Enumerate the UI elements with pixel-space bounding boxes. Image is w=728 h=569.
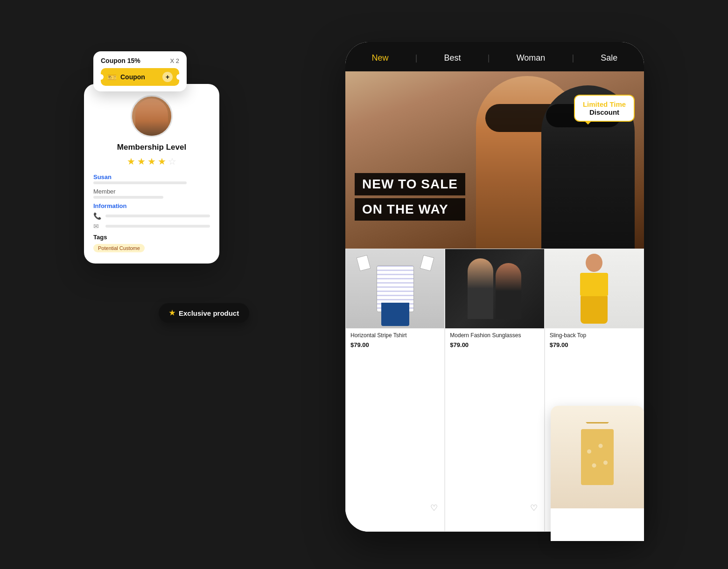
avatar-wrap [93, 95, 210, 137]
tshirt-sleeve-left [356, 255, 371, 271]
email-bar [105, 225, 210, 228]
product-price-1: $79.00 [450, 341, 539, 348]
hero-overlay-text: NEW TO SALE ON THE WAY [355, 173, 465, 221]
profile-card: Membership Level ★ ★ ★ ★ ☆ Susan Member … [84, 84, 219, 264]
phone-info-row: 📞 [93, 212, 210, 220]
nav-item-woman[interactable]: Woman [513, 51, 549, 65]
product-card-1[interactable]: Modern Fashion Sunglasses $79.00 ♡ [445, 249, 544, 532]
product-card-0[interactable]: Horizontal Stripe Tshirt $79.00 ♡ [345, 249, 445, 532]
avatar-figure [135, 98, 168, 136]
tags-section: Tags Potential Custome [93, 234, 210, 252]
star-3: ★ [147, 156, 156, 167]
product-img-0 [346, 249, 444, 328]
speech-bubble: Limited Time Discount [574, 95, 635, 122]
user-name-label: Susan [93, 173, 210, 180]
hero-line1: NEW TO SALE [355, 173, 465, 195]
yellow-figure [578, 254, 610, 324]
user-role: Member [93, 188, 210, 195]
star-2: ★ [137, 156, 146, 167]
product-img-1 [445, 249, 544, 328]
coupon-label: Coupon [120, 73, 145, 81]
partial-top [581, 429, 614, 485]
coupon-ticket[interactable]: 🎫 Coupon + [101, 68, 179, 86]
stars-row: ★ ★ ★ ★ ☆ [93, 156, 210, 167]
ticket-icon: 🎫 [107, 73, 117, 82]
product-name-2: Sling-back Top [550, 332, 639, 340]
scene: Coupon 15% X 2 🎫 Coupon + Membership Lev… [84, 28, 644, 541]
fashion-figures [468, 258, 521, 319]
star-5: ☆ [168, 156, 176, 167]
coupon-header: Coupon 15% X 2 [101, 57, 179, 64]
partial-art [551, 406, 644, 508]
phone-bar [105, 215, 210, 217]
coupon-add-button[interactable]: + [162, 72, 173, 82]
hero-banner: Limited Time Discount NEW TO SALE ON THE… [345, 71, 644, 249]
email-info-row: ✉ [93, 222, 210, 230]
fashion-art-wrap [445, 249, 544, 328]
exclusive-badge: ★ Exclusive product [159, 303, 249, 323]
star-4: ★ [158, 156, 166, 167]
yellow-art-wrap [545, 249, 644, 328]
star-1: ★ [127, 156, 135, 167]
yellow-bottom-art [581, 296, 608, 324]
product-name-1: Modern Fashion Sunglasses [450, 332, 539, 340]
user-role-bar [93, 196, 163, 199]
coupon-title: Coupon 15% [101, 57, 140, 64]
fashion-figure-1 [468, 258, 493, 319]
yellow-top-art [580, 273, 608, 296]
information-label: Information [93, 202, 210, 209]
person-legs [381, 303, 409, 326]
product-price-0: $79.00 [350, 341, 440, 348]
partial-product-card[interactable] [551, 406, 644, 541]
coupon-card: Coupon 15% X 2 🎫 Coupon + [93, 51, 187, 91]
phone-nav: New | Best | Woman | Sale [345, 42, 644, 71]
tshirt-art-wrap [346, 249, 444, 328]
product-img-2 [545, 249, 644, 328]
email-icon: ✉ [93, 222, 102, 230]
coupon-count: X 2 [170, 57, 179, 64]
tags-label: Tags [93, 234, 210, 241]
membership-title: Membership Level [93, 143, 210, 152]
user-name-bar [93, 181, 187, 184]
exclusive-star-icon: ★ [169, 309, 175, 317]
heart-btn-1[interactable]: ♡ [527, 501, 540, 514]
tag-pill[interactable]: Potential Custome [93, 244, 145, 252]
heart-btn-0[interactable]: ♡ [427, 501, 441, 514]
hero-line2: ON THE WAY [355, 198, 465, 221]
nav-item-best[interactable]: Best [441, 51, 465, 65]
fashion-figure-2 [496, 263, 521, 319]
tshirt-figure-wrap [367, 251, 423, 326]
tshirt-sleeve-right [420, 255, 434, 271]
speech-bubble-line1: Limited Time [581, 100, 627, 108]
product-info-1: Modern Fashion Sunglasses $79.00 [445, 328, 544, 531]
floral-pattern [581, 429, 614, 485]
product-name-0: Horizontal Stripe Tshirt [350, 332, 440, 340]
nav-item-new[interactable]: New [368, 51, 392, 65]
speech-bubble-line2: Discount [581, 108, 627, 116]
avatar [131, 95, 173, 137]
product-info-0: Horizontal Stripe Tshirt $79.00 [346, 328, 444, 531]
exclusive-label: Exclusive product [179, 309, 239, 317]
phone-icon: 📞 [93, 212, 102, 220]
nav-item-sale[interactable]: Sale [597, 51, 621, 65]
product-price-2: $79.00 [550, 341, 639, 348]
yellow-head [586, 254, 602, 272]
